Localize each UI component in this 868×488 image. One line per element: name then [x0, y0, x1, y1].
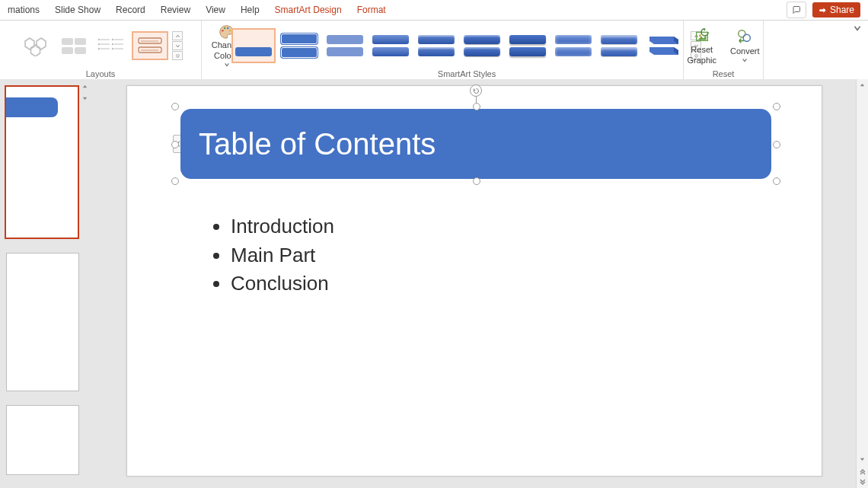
layout-option-2[interactable] [56, 32, 91, 59]
resize-handle-ne[interactable] [773, 103, 780, 110]
tab-smartart-design[interactable]: SmartArt Design [267, 0, 349, 20]
bullet-3: Conclusion [231, 270, 334, 298]
slide-canvas-area[interactable]: Table of Contents Introduction Main Part… [93, 79, 856, 488]
styles-gallery[interactable] [232, 24, 701, 68]
spinner-more[interactable] [172, 51, 183, 60]
layout1-icon [21, 35, 50, 56]
layout2-icon [59, 35, 88, 56]
svg-rect-20 [139, 47, 161, 53]
resize-handle-e[interactable] [773, 141, 780, 148]
share-icon [819, 6, 827, 14]
convert-button[interactable]: Convert [726, 28, 764, 63]
reset-graphic-icon [693, 27, 711, 43]
resize-handle-nw[interactable] [171, 103, 179, 110]
scroll-down-button[interactable] [857, 454, 868, 465]
style10-3d-icon [646, 33, 681, 58]
style-option-10[interactable] [643, 29, 686, 62]
styles-group-label: SmartArt Styles [438, 68, 496, 80]
resize-handle-s[interactable] [473, 177, 480, 185]
svg-point-32 [743, 34, 750, 41]
chevron-down-icon [853, 24, 862, 33]
comments-button[interactable] [787, 2, 806, 18]
rotate-icon [473, 88, 480, 94]
layouts-gallery-spinner[interactable] [172, 31, 183, 60]
slide-thumbnail-1-selected[interactable] [5, 85, 79, 239]
scroll-up-button[interactable] [857, 79, 868, 91]
tab-view[interactable]: View [198, 0, 233, 20]
chevron-down-icon [224, 62, 230, 68]
svg-point-30 [699, 35, 701, 37]
tab-review[interactable]: Review [153, 0, 198, 20]
slides-thumbnail-pane[interactable] [0, 79, 79, 488]
svg-marker-1 [37, 38, 46, 49]
resize-handle-n[interactable] [473, 103, 480, 110]
slide-thumbnail-2[interactable] [6, 253, 79, 391]
layouts-gallery[interactable] [18, 24, 183, 68]
style-option-8[interactable] [552, 29, 595, 62]
resize-handle-se[interactable] [773, 177, 780, 185]
svg-point-27 [229, 30, 231, 32]
ribbon-collapse-button[interactable] [853, 21, 868, 80]
ribbon: Layouts Change Colors [0, 21, 868, 81]
prev-slide-button[interactable] [857, 465, 868, 477]
style-option-2[interactable] [278, 29, 321, 62]
layout4-icon [136, 35, 164, 56]
vertical-scrollbar[interactable] [856, 79, 868, 488]
tab-animations-cut[interactable]: mations [0, 0, 47, 20]
smartart-title-shape[interactable]: Table of Contents [180, 109, 771, 179]
group-layouts: Layouts [0, 21, 202, 80]
tab-format[interactable]: Format [349, 0, 394, 20]
tab-record[interactable]: Record [108, 0, 153, 20]
layout3-icon [97, 35, 126, 56]
rotation-handle[interactable] [470, 85, 482, 97]
reset-graphic-button[interactable]: Reset Graphic [682, 27, 721, 65]
smartart-selection[interactable]: Table of Contents [174, 106, 777, 182]
style-option-9[interactable] [598, 29, 640, 62]
tab-slide-show[interactable]: Slide Show [47, 0, 108, 20]
style-option-6[interactable] [461, 29, 503, 62]
layout-option-4-selected[interactable] [132, 32, 168, 59]
resize-handle-sw[interactable] [171, 177, 179, 185]
slide[interactable]: Table of Contents Introduction Main Part… [126, 85, 822, 477]
content-bullets[interactable]: Introduction Main Part Conclusion [183, 212, 334, 298]
spinner-up[interactable] [172, 31, 183, 40]
style-option-3[interactable] [324, 29, 366, 62]
comment-icon [792, 5, 801, 14]
scroll-down-button[interactable] [79, 93, 91, 104]
scroll-up-button[interactable] [79, 81, 91, 92]
style-option-7[interactable] [506, 29, 549, 62]
spinner-down[interactable] [172, 41, 183, 50]
svg-rect-4 [75, 38, 86, 45]
convert-icon [736, 28, 754, 45]
slide-thumbnail-3[interactable] [6, 405, 79, 475]
next-slide-button[interactable] [857, 477, 868, 488]
resize-handle-w[interactable] [171, 141, 179, 148]
bullet-2: Main Part [231, 241, 334, 270]
share-label: Share [830, 5, 854, 15]
style-option-5[interactable] [415, 29, 458, 62]
style-option-4[interactable] [369, 29, 412, 62]
share-button[interactable]: Share [812, 2, 860, 18]
layout-option-3[interactable] [94, 32, 129, 59]
svg-rect-6 [75, 47, 86, 54]
svg-marker-0 [25, 38, 34, 49]
group-smartart-styles: SmartArt Styles [251, 21, 684, 80]
svg-point-15 [98, 48, 101, 50]
svg-point-17 [112, 43, 114, 46]
workspace: Table of Contents Introduction Main Part… [0, 79, 868, 488]
tab-help[interactable]: Help [233, 0, 267, 20]
thumb-scrollbar[interactable] [79, 81, 90, 104]
svg-marker-2 [31, 45, 40, 56]
svg-point-24 [222, 30, 224, 32]
reset-group-label: Reset [713, 68, 735, 80]
smartart-title-text: Table of Contents [199, 127, 436, 161]
bullet-1: Introduction [231, 212, 334, 241]
svg-rect-3 [62, 38, 73, 45]
style-option-1-selected[interactable] [232, 29, 275, 62]
layouts-group-label: Layouts [86, 68, 116, 80]
svg-point-16 [112, 39, 114, 41]
svg-point-14 [98, 43, 101, 46]
svg-point-26 [227, 27, 229, 30]
layout-option-1[interactable] [18, 32, 53, 59]
thumbnail-title-bar [6, 97, 58, 117]
